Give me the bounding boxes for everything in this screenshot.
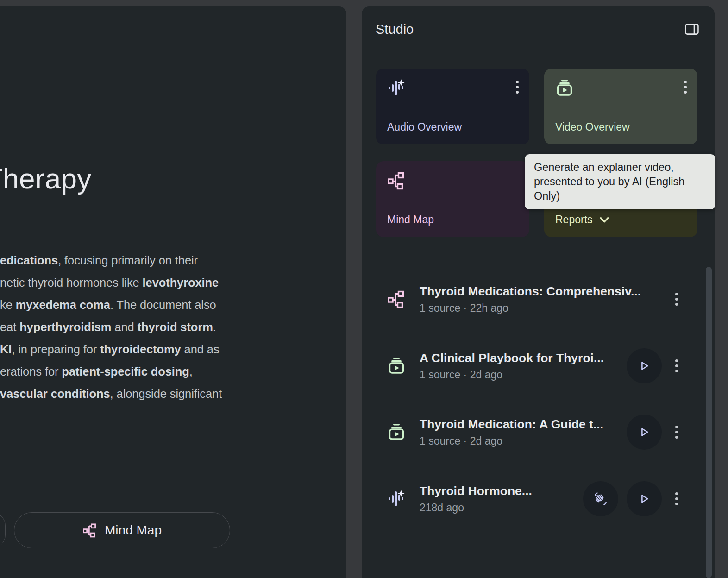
mind-map-icon [387,290,406,308]
video-card-menu-icon[interactable] [682,78,689,96]
text-fragment: patient-specific dosing [62,365,189,378]
scrollbar-thumb[interactable] [706,267,712,578]
text-fragment: . The document also [110,298,216,311]
note-panel: Therapy edications, focusing primarily o… [0,6,346,578]
item-title: A Clinical Playbook for Thyroi... [420,351,618,365]
item-meta: 1 source · 2d ago [420,369,618,381]
item-text: A Clinical Playbook for Thyroi... 1 sour… [420,351,618,381]
audio-card-menu-icon[interactable] [514,78,521,96]
studio-list-divider [362,253,715,253]
text-fragment: KI [0,343,12,356]
text-fragment: vascular conditions [0,387,110,400]
play-button[interactable] [627,415,662,450]
video-overview-card[interactable]: Video Overview [544,69,697,144]
text-fragment: , [189,365,193,378]
play-button[interactable] [627,481,662,516]
studio-item-mindmap[interactable]: Thyroid Medications: Comprehensiv... 1 s… [362,273,715,325]
text-fragment: , in preparing for [12,343,100,356]
item-menu-icon[interactable] [673,290,680,308]
item-menu-icon[interactable] [673,423,680,441]
item-meta: 1 source · 2d ago [420,435,618,447]
note-title: Therapy [0,162,92,195]
audio-overview-label: Audio Overview [387,121,462,133]
studio-item-audio[interactable]: Thyroid Hormone... 218d ago [362,473,715,525]
text-fragment: , alongside significant [110,387,222,400]
item-text: Thyroid Medications: Comprehensiv... 1 s… [420,284,662,314]
video-icon [387,423,406,441]
item-text: Thyroid Hormone... 218d ago [420,484,575,514]
audio-waveform-icon [387,79,406,97]
studio-header-divider [362,52,715,52]
text-fragment: , focusing primarily on their [58,254,198,267]
audio-overview-card[interactable]: Audio Overview [376,69,529,144]
studio-panel: Studio Audio Overview Video Overview Min… [362,6,715,578]
item-menu-icon[interactable] [673,357,680,375]
reports-label-group: Reports [555,214,609,226]
text-fragment: eat [0,320,19,333]
video-overview-tooltip: Generate an explainer video, presented t… [525,154,715,209]
studio-item-video[interactable]: Thyroid Medication: A Guide t... 1 sourc… [362,406,715,458]
text-fragment: and [111,320,137,333]
text-fragment: and as [181,343,220,356]
studio-header: Studio [362,6,715,52]
item-menu-icon[interactable] [673,490,680,508]
text-fragment: edications [0,254,58,267]
text-fragment: thyroid storm [138,320,213,333]
note-panel-header-divider [0,51,346,51]
mind-map-icon [387,171,406,190]
text-fragment: levothyroxine [143,276,219,289]
studio-item-video[interactable]: A Clinical Playbook for Thyroi... 1 sour… [362,340,715,392]
video-icon [387,357,406,375]
mind-map-card[interactable]: Mind Map [376,161,529,237]
reports-label: Reports [555,214,593,226]
text-fragment: netic thyroid hormones like [0,276,143,289]
audio-waveform-icon [387,490,406,508]
text-fragment: ke [0,298,16,311]
item-title: Thyroid Hormone... [420,484,575,498]
text-fragment: . [213,320,216,333]
partial-chip-button[interactable] [0,512,6,548]
interactive-mode-button[interactable] [583,481,618,516]
item-meta: 218d ago [420,502,575,514]
text-fragment: hyperthyroidism [19,320,111,333]
text-fragment: myxedema coma [16,298,110,311]
note-body-text: edications, focusing primarily on their … [0,249,343,405]
mind-map-button-label: Mind Map [105,523,162,538]
mind-map-icon [82,523,97,538]
text-fragment: erations for [0,365,62,378]
text-fragment: thyroidectomy [100,343,181,356]
mind-map-button[interactable]: Mind Map [14,512,230,548]
studio-title: Studio [376,22,414,37]
video-overview-icon [555,79,574,97]
item-text: Thyroid Medication: A Guide t... 1 sourc… [420,417,618,447]
item-title: Thyroid Medications: Comprehensiv... [420,284,662,299]
item-title: Thyroid Medication: A Guide t... [420,417,618,432]
item-meta: 1 source · 22h ago [420,302,662,314]
mind-map-label: Mind Map [387,214,434,226]
collapse-panel-icon[interactable] [683,21,701,37]
play-button[interactable] [627,348,662,383]
video-overview-label: Video Overview [555,121,630,133]
chevron-down-icon[interactable] [599,216,609,224]
